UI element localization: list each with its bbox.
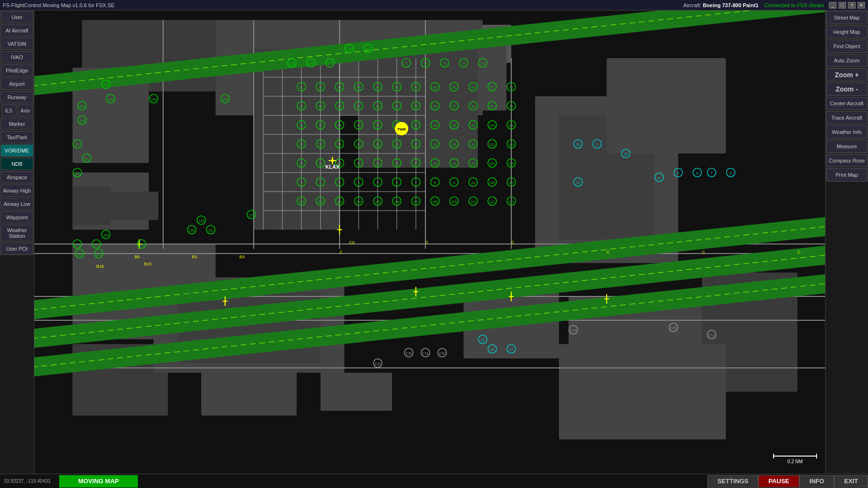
svg-text:5: 5 xyxy=(377,181,379,184)
minimize-btn[interactable]: _ xyxy=(829,2,837,9)
svg-text:61: 61 xyxy=(490,105,494,108)
svg-text:5: 5 xyxy=(677,172,679,175)
svg-text:E1: E1 xyxy=(75,143,80,146)
find-object-btn[interactable]: Find Object xyxy=(826,40,868,53)
window-controls[interactable]: _ □ ? ✕ xyxy=(829,2,865,9)
sidebar-item-waypoint[interactable]: Waypoint xyxy=(0,211,33,224)
svg-text:10: 10 xyxy=(576,181,580,184)
svg-text:40: 40 xyxy=(471,124,475,127)
svg-text:B3: B3 xyxy=(192,254,197,259)
close-btn[interactable]: ✕ xyxy=(858,2,865,9)
help-btn[interactable]: ? xyxy=(848,2,856,9)
svg-text:33: 33 xyxy=(338,124,341,127)
sidebar-item-marker[interactable]: Marker xyxy=(0,118,33,130)
street-map-btn[interactable]: Street Map xyxy=(826,11,868,24)
compass-rose-btn[interactable]: Compass Rose xyxy=(826,154,868,167)
svg-text:23: 23 xyxy=(338,143,341,146)
sidebar-item-ils[interactable]: ILS xyxy=(1,104,17,117)
svg-text:4: 4 xyxy=(358,181,360,184)
svg-text:C30: C30 xyxy=(406,352,412,355)
sidebar-item-tax-park[interactable]: Tax/Park xyxy=(0,131,33,143)
svg-text:28: 28 xyxy=(433,143,437,146)
height-map-btn[interactable]: Height Map xyxy=(826,25,868,39)
svg-text:6: 6 xyxy=(696,172,698,175)
print-map-btn[interactable]: Print Map xyxy=(826,168,868,182)
center-aircraft-btn[interactable]: Center Aircraft xyxy=(826,97,868,110)
svg-text:57: 57 xyxy=(452,105,456,108)
auto-zoom-btn[interactable]: Auto Zoom xyxy=(826,54,868,67)
svg-text:105: 105 xyxy=(508,162,514,165)
svg-text:45: 45 xyxy=(338,105,341,108)
svg-text:121: 121 xyxy=(327,62,333,65)
exit-button[interactable]: EXIT xyxy=(834,475,868,488)
map-area[interactable]: 123 122 121 120 119 77 76 75 74 73 41 42… xyxy=(34,10,825,474)
svg-text:133: 133 xyxy=(74,243,80,246)
svg-text:C: C xyxy=(511,240,515,245)
svg-rect-8 xyxy=(72,187,111,225)
sidebar-item-axis[interactable]: Axis xyxy=(18,104,33,117)
moving-map-button[interactable]: MOVING MAP xyxy=(59,475,138,488)
measure-btn[interactable]: Measure xyxy=(826,140,868,153)
svg-text:142: 142 xyxy=(108,98,114,101)
sidebar-item-pilotedge[interactable]: PilotEdge xyxy=(0,64,33,77)
svg-text:18: 18 xyxy=(433,162,437,165)
svg-text:30: 30 xyxy=(471,143,475,146)
svg-text:15: 15 xyxy=(376,162,380,165)
sidebar-item-vor-dme[interactable]: VOR/DME xyxy=(0,144,33,157)
sidebar-item-ndb[interactable]: NDB xyxy=(0,158,33,170)
svg-text:107: 107 xyxy=(508,181,514,184)
zoom-out-btn[interactable]: Zoom - xyxy=(826,82,868,96)
svg-text:135: 135 xyxy=(96,253,102,256)
svg-text:100: 100 xyxy=(489,124,495,127)
svg-text:63: 63 xyxy=(509,105,513,108)
svg-text:111: 111 xyxy=(489,200,495,203)
pause-button[interactable]: PAUSE xyxy=(758,475,799,488)
sidebar-item-vatsim[interactable]: VATSIM xyxy=(0,38,33,50)
sidebar-item-weather-station[interactable]: Weather Station xyxy=(0,224,33,242)
sidebar-item-airway-high[interactable]: Airway High xyxy=(0,184,33,197)
svg-text:29: 29 xyxy=(452,143,456,146)
svg-text:3: 3 xyxy=(339,181,341,184)
sidebar-item-user[interactable]: User xyxy=(0,11,33,23)
svg-text:0.2 NM: 0.2 NM xyxy=(787,459,803,464)
svg-text:38: 38 xyxy=(433,124,437,127)
svg-text:128: 128 xyxy=(222,98,228,101)
svg-text:3: 3 xyxy=(730,172,732,175)
trace-aircraft-btn[interactable]: Trace Aircraft xyxy=(826,111,868,124)
svg-rect-5 xyxy=(254,49,340,230)
svg-rect-9 xyxy=(111,192,158,220)
svg-text:10: 10 xyxy=(471,181,475,184)
svg-text:16: 16 xyxy=(490,348,494,351)
svg-text:1: 1 xyxy=(300,181,302,184)
svg-text:43: 43 xyxy=(338,86,341,89)
svg-text:119: 119 xyxy=(365,48,371,51)
svg-text:21: 21 xyxy=(300,143,303,146)
maximize-btn[interactable]: □ xyxy=(838,2,846,9)
svg-text:52: 52 xyxy=(509,86,513,89)
svg-text:107: 107 xyxy=(413,200,419,203)
zoom-in-btn[interactable]: Zoom + xyxy=(826,68,868,81)
svg-text:B15: B15 xyxy=(144,262,152,266)
svg-text:C: C xyxy=(797,250,801,254)
svg-text:C: C xyxy=(340,250,343,254)
svg-text:E2: E2 xyxy=(85,157,89,161)
sidebar-item-airport[interactable]: Airport xyxy=(0,78,33,90)
sidebar-item-ivao[interactable]: IVAO xyxy=(0,51,33,63)
svg-text:35: 35 xyxy=(376,124,380,127)
sidebar-item-airway-low[interactable]: Airway Low xyxy=(0,198,33,210)
sidebar-item-airspace[interactable]: Airspace xyxy=(0,171,33,183)
sidebar-item-ai-aircraft[interactable]: AI Aircraft xyxy=(0,24,33,37)
svg-text:59: 59 xyxy=(471,105,475,108)
svg-text:103: 103 xyxy=(337,200,342,203)
weather-info-btn[interactable]: Weather Info xyxy=(826,125,868,139)
svg-text:108: 108 xyxy=(432,200,438,203)
svg-text:46: 46 xyxy=(395,86,399,89)
sidebar-item-runway[interactable]: Runway xyxy=(0,91,33,103)
svg-text:106: 106 xyxy=(489,181,495,184)
sidebar-item-user-poi[interactable]: User POI xyxy=(0,243,33,255)
settings-button[interactable]: SETTINGS xyxy=(707,475,758,488)
svg-text:17: 17 xyxy=(414,162,418,165)
info-button[interactable]: INFO xyxy=(799,475,834,488)
svg-text:C: C xyxy=(702,250,705,254)
svg-text:12: 12 xyxy=(319,162,322,165)
